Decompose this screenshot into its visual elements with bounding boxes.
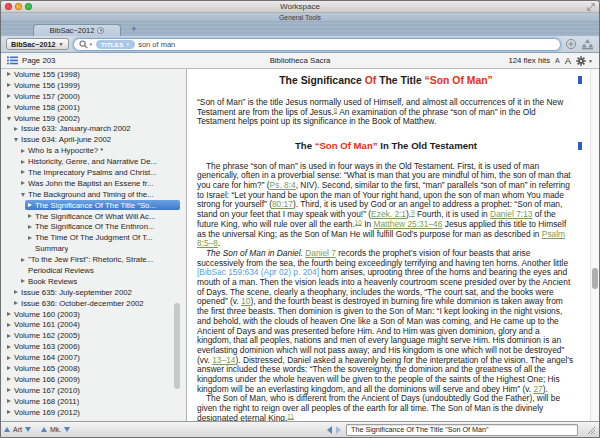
disclosure-triangle-icon[interactable] (28, 236, 32, 240)
sidebar-item[interactable]: Periodical Reviews (1, 265, 186, 276)
library-icon[interactable] (581, 38, 594, 50)
sidebar-item[interactable]: Volume 156 (1999) (1, 80, 186, 91)
sidebar-item[interactable]: Volume 162 (2005) (1, 330, 186, 341)
disclosure-triangle-icon[interactable] (7, 334, 11, 338)
sidebar-item[interactable]: Volume 167 (2010) (1, 385, 186, 396)
sidebar-item[interactable]: The Imprecatory Psalms and Christ... (1, 167, 186, 178)
increase-font-button[interactable]: A (565, 55, 571, 66)
sidebar-item[interactable]: Issue 634: April-june 2002 (1, 134, 186, 145)
disclosure-triangle-icon[interactable] (21, 181, 25, 185)
expand-icon[interactable] (587, 3, 595, 11)
sidebar-item[interactable]: The Time Of The Judgment Of T... (1, 232, 186, 243)
back-arrow-icon[interactable] (327, 426, 332, 434)
tab-bibsac[interactable]: BibSac~2012 ▾ (33, 24, 121, 36)
sidebar-item[interactable]: Volume 164 (2007) (1, 352, 186, 363)
resize-grip-icon[interactable] (586, 425, 596, 435)
paragraph-marker[interactable] (578, 142, 582, 150)
disclosure-triangle-icon[interactable] (7, 388, 11, 392)
disclosure-triangle-icon[interactable] (14, 138, 18, 142)
sidebar-item[interactable]: Volume 159 (2002) (1, 113, 186, 124)
article-up-icon[interactable] (4, 427, 10, 432)
scripture-link[interactable]: 11 (287, 412, 294, 419)
scripture-link[interactable]: 80:17 (272, 199, 293, 209)
scripture-link[interactable]: Ezek. 2:1 (371, 209, 406, 219)
disclosure-triangle-icon[interactable] (7, 323, 11, 327)
search-input[interactable]: ▼ TITLES ▼ son of man (73, 38, 561, 51)
scripture-link[interactable]: Matthew 25:31–46 (373, 219, 442, 229)
disclosure-triangle-icon[interactable] (7, 72, 11, 76)
sidebar-item[interactable]: Issue 635: July-september 2002 (1, 287, 186, 298)
disclosure-triangle-icon[interactable] (21, 193, 25, 197)
disclosure-triangle-icon[interactable] (28, 214, 32, 218)
scripture-link[interactable]: 10 (241, 296, 250, 306)
disclosure-triangle-icon[interactable] (21, 279, 25, 283)
disclosure-triangle-icon[interactable] (28, 203, 32, 207)
location-field[interactable] (346, 424, 578, 436)
sidebar-item[interactable]: Issue 633: January-march 2002 (1, 123, 186, 134)
disclosure-triangle-icon[interactable] (7, 410, 11, 414)
sidebar-item[interactable]: Volume 157 (2000) (1, 91, 186, 102)
disclosure-triangle-icon[interactable] (21, 160, 25, 164)
disclosure-triangle-icon[interactable] (7, 117, 11, 121)
title-bar[interactable]: Workspace (1, 1, 599, 13)
scripture-link[interactable]: Ps. 8:4 (270, 180, 296, 190)
mark-up-icon[interactable] (41, 427, 47, 432)
disclosure-triangle-icon[interactable] (21, 149, 25, 153)
new-tab-button[interactable]: + (127, 24, 141, 36)
disclosure-triangle-icon[interactable] (7, 399, 11, 403)
decrease-font-button[interactable]: A (555, 57, 560, 64)
sidebar-item[interactable]: Volume 169 (2012) (1, 407, 186, 418)
disclosure-triangle-icon[interactable] (7, 345, 11, 349)
sidebar-item[interactable]: Book Reviews (1, 276, 186, 287)
disclosure-triangle-icon[interactable] (7, 377, 11, 381)
disclosure-triangle-icon[interactable] (7, 83, 11, 87)
page-indicator[interactable]: Page 203 (22, 56, 55, 65)
sidebar-item[interactable]: Volume 165 (2008) (1, 363, 186, 374)
search-menu-caret-icon[interactable]: ▼ (89, 42, 93, 47)
disclosure-triangle-icon[interactable] (14, 127, 18, 131)
disclosure-triangle-icon[interactable] (7, 356, 11, 360)
disclosure-triangle-icon[interactable] (7, 366, 11, 370)
sidebar-item[interactable]: "To the Jew First": Rhetoric, Strate... (1, 254, 186, 265)
disclosure-triangle-icon[interactable] (14, 290, 18, 294)
article-down-icon[interactable] (25, 427, 31, 432)
add-circle-icon[interactable] (565, 38, 577, 50)
sidebar-scrollbar[interactable] (174, 303, 180, 389)
sidebar-item[interactable]: Volume 166 (2009) (1, 374, 186, 385)
sidebar-item[interactable]: The Significance Of The Enthron... (1, 221, 186, 232)
disclosure-triangle-icon[interactable] (7, 105, 11, 109)
scripture-link[interactable]: Daniel 7:13 (490, 209, 532, 219)
sidebar-item[interactable]: Issue 636: October-december 2002 (1, 298, 186, 309)
sidebar-item[interactable]: Volume 168 (2011) (1, 396, 186, 407)
sidebar-item[interactable]: The Significance Of The Title "So... (1, 200, 186, 211)
disclosure-triangle-icon[interactable] (7, 312, 11, 316)
sidebar-item[interactable]: Historicity, Genre, and Narrative De... (1, 156, 186, 167)
sidebar-item[interactable]: The Background and Timing of the... (1, 189, 186, 200)
paragraph-marker[interactable] (578, 76, 582, 84)
disclosure-triangle-icon[interactable] (14, 301, 18, 305)
tab-menu-icon[interactable]: ▾ (97, 27, 104, 34)
sidebar-item[interactable]: Was John the Baptist an Essene fr... (1, 178, 186, 189)
scripture-link[interactable]: 10 (355, 218, 362, 225)
disclosure-triangle-icon[interactable] (21, 170, 25, 174)
scripture-link[interactable]: 27 (533, 384, 542, 394)
search-scope-pill[interactable]: TITLES ▼ (96, 40, 135, 49)
forward-arrow-icon[interactable] (336, 426, 341, 434)
main-scrollbar[interactable] (590, 69, 599, 421)
sidebar-item[interactable]: Volume 163 (2006) (1, 341, 186, 352)
sidebar-item[interactable]: Volume 155 (1998) (1, 69, 186, 80)
gear-icon[interactable] (576, 56, 586, 66)
mark-down-icon[interactable] (64, 427, 70, 432)
sidebar-item[interactable]: Volume 160 (2003) (1, 309, 186, 320)
disclosure-triangle-icon[interactable] (7, 94, 11, 98)
toc-list-icon[interactable] (7, 56, 18, 65)
disclosure-triangle-icon[interactable] (28, 225, 32, 229)
search-query-text[interactable]: son of man (138, 40, 175, 49)
scripture-link[interactable]: 13–14 (212, 355, 235, 365)
sidebar-item[interactable]: Summary (1, 243, 186, 254)
sidebar-item[interactable]: Volume 161 (2004) (1, 319, 186, 330)
sidebar-item[interactable]: Volume 158 (2001) (1, 102, 186, 113)
scripture-link[interactable]: Daniel 7 (305, 248, 336, 258)
module-selector-button[interactable]: BibSac~2012 ▼ (6, 38, 69, 50)
sidebar-item[interactable]: Who Is a Hypocrite? * (1, 145, 186, 156)
